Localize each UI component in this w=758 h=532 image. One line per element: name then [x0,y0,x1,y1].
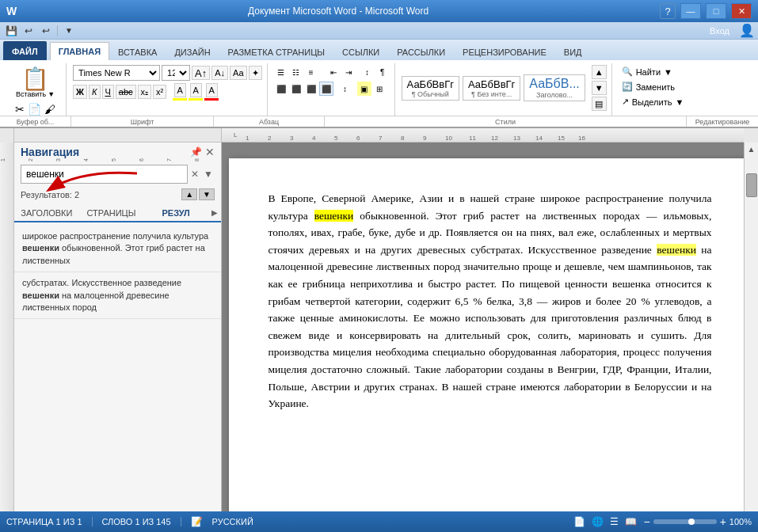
select-button[interactable]: ↗ Выделить ▼ [619,95,688,108]
close-button[interactable]: ✕ [731,3,752,19]
underline-button[interactable]: Ч [102,85,114,99]
paste-button[interactable]: 📋 Вставить ▼ [10,65,61,101]
format-painter-icon[interactable]: 🖌 [44,103,55,116]
zoom-out-button[interactable]: − [643,515,649,528]
vertical-ruler: 1 2 3 4 5 6 7 8 9 [0,142,14,524]
status-page[interactable]: СТРАНИЦА 1 ИЗ 1 [6,517,82,526]
tab-view[interactable]: ВИД [555,43,591,60]
zoom-slider-track[interactable] [653,519,717,524]
numbering-button[interactable]: ☷ [289,65,303,79]
justify-button[interactable]: ⬛ [319,82,333,96]
nav-result-item-1[interactable]: широкое распространение получила культур… [14,226,221,272]
bullets-button[interactable]: ☰ [274,65,288,79]
horizontal-ruler: L 1 2 3 4 5 6 7 8 9 10 11 12 13 14 15 16 [222,128,744,142]
nav-tab-results[interactable]: РЕЗУЛ [143,205,208,222]
tab-design[interactable]: ДИЗАЙН [166,43,219,60]
align-center-button[interactable]: ⬛ [289,82,303,96]
status-lang[interactable]: РУССКИЙ [212,517,253,526]
zoom-in-button[interactable]: + [720,515,726,528]
font-name-select[interactable]: Times New R [73,65,160,81]
zoom-slider-thumb[interactable] [688,519,695,525]
tab-mailings[interactable]: РАССЫЛКИ [388,43,454,60]
status-words[interactable]: СЛОВО 1 ИЗ 145 [102,517,171,526]
font-label: Шрифт [71,116,214,127]
nav-tabs: ЗАГОЛОВКИ СТРАНИЦЫ РЕЗУЛ ▶ [14,205,221,222]
italic-button[interactable]: К [89,85,100,99]
align-left-button[interactable]: ⬛ [274,82,288,96]
font-color-button[interactable]: A [206,83,218,97]
nav-result-item-2[interactable]: субстратах. Искусственное разведение веш… [14,272,221,319]
paragraph-label: Абзац [214,116,325,127]
zoom-percent[interactable]: 100% [729,517,752,526]
paragraph-group: ☰ ☷ ≡ ⇤ ⇥ ↕ ¶ ⬛ ⬛ ⬛ ⬛ ↕ ▣ ⊞ [269,63,395,124]
replace-button[interactable]: 🔄 Заменить [619,80,688,93]
strikethrough-button[interactable]: abc [116,85,136,99]
superscript-button[interactable]: x² [153,85,166,99]
status-layout-print-icon[interactable]: 📄 [573,516,585,527]
highlight-color-bar [189,98,203,101]
help-button[interactable]: ? [660,3,676,19]
undo-icon[interactable]: ↩ [21,24,36,38]
nav-tab-headings[interactable]: ЗАГОЛОВКИ [14,205,79,221]
cut-icon[interactable]: ✂ [15,103,25,116]
style-heading[interactable]: АаБбВ... Заголово... [524,74,585,101]
status-separator-1 [92,517,93,526]
maximize-button[interactable]: □ [706,3,726,19]
shading-button[interactable]: ▣ [357,82,371,96]
highlight-button[interactable]: A [190,83,202,97]
tab-insert[interactable]: ВСТАВКА [109,43,166,60]
status-layout-web-icon[interactable]: 🌐 [592,516,604,527]
document-text[interactable]: В Европе, Северной Америке, Азии и в наш… [269,190,712,412]
align-row: ⬛ ⬛ ⬛ ⬛ ↕ ▣ ⊞ [274,82,390,96]
decrease-indent-button[interactable]: ⇤ [326,65,341,79]
redo-icon[interactable]: ↩ [38,24,54,38]
sign-in-label[interactable]: Вход [705,25,734,37]
status-layout-outline-icon[interactable]: ☰ [610,516,619,527]
font-case-btn[interactable]: Aa [230,66,246,80]
line-spacing-button[interactable]: ↕ [338,82,352,96]
multilevel-list-button[interactable]: ≡ [304,65,318,79]
text-effect-button[interactable]: A [174,83,186,97]
borders-button[interactable]: ⊞ [372,82,387,96]
minimize-button[interactable]: — [680,3,701,19]
toolbar-separator [57,25,58,36]
status-spell-icon[interactable]: 📝 [191,516,203,527]
nav-next-button[interactable]: ▼ [199,188,215,200]
align-right-button[interactable]: ⬛ [304,82,318,96]
nav-tab-pages[interactable]: СТРАНИЦЫ [79,205,144,221]
highlight-vesheki-1: вешенки [314,210,354,222]
font-size-select[interactable]: 12 [162,65,190,81]
tab-references[interactable]: ССЫЛКИ [333,43,388,60]
status-layout-read-icon[interactable]: 📖 [625,516,637,527]
font-size-decrease[interactable]: A↓ [211,66,228,80]
bold-button[interactable]: Ж [73,85,87,99]
copy-icon[interactable]: 📄 [28,103,41,116]
find-button[interactable]: 🔍 Найти ▼ [619,65,688,78]
scroll-thumb[interactable] [746,173,757,197]
document-area[interactable]: В Европе, Северной Америке, Азии и в наш… [222,142,758,524]
show-marks-button[interactable]: ¶ [375,65,390,79]
main-area: 1 2 3 4 5 6 7 8 9 Навигация 📌 ✕ [0,142,758,524]
style-normal[interactable]: АаБбВвГг ¶ Обычный [402,76,459,101]
editing-label: Редактирование [687,116,758,127]
tab-home[interactable]: ГЛАВНАЯ [50,42,109,61]
tab-page-layout[interactable]: РАЗМЕТКА СТРАНИЦЫ [219,43,333,60]
customize-icon[interactable]: ▼ [61,24,77,38]
font-size-increase[interactable]: A↑ [192,66,210,80]
nav-prev-button[interactable]: ▲ [181,188,197,200]
increase-indent-button[interactable]: ⇥ [341,65,356,79]
scroll-track[interactable] [745,156,758,511]
document-scrollbar[interactable]: ▲ ▼ [744,142,758,524]
styles-down-button[interactable]: ▼ [592,81,607,95]
clear-format-btn[interactable]: ✦ [249,66,262,80]
style-no-space[interactable]: АаБбВвГг ¶ Без инте... [463,76,520,101]
subscript-button[interactable]: x₂ [138,85,152,99]
save-icon[interactable]: 💾 [3,24,19,38]
styles-more-button[interactable]: ▤ [592,97,607,111]
nav-tab-more-icon[interactable]: ▶ [208,205,221,221]
scroll-up-arrow[interactable]: ▲ [748,142,756,156]
styles-up-button[interactable]: ▲ [592,65,607,79]
tab-file[interactable]: ФАЙЛ [3,41,47,60]
sort-button[interactable]: ↕ [360,65,375,79]
tab-review[interactable]: РЕЦЕНЗИРОВАНИЕ [454,43,555,60]
